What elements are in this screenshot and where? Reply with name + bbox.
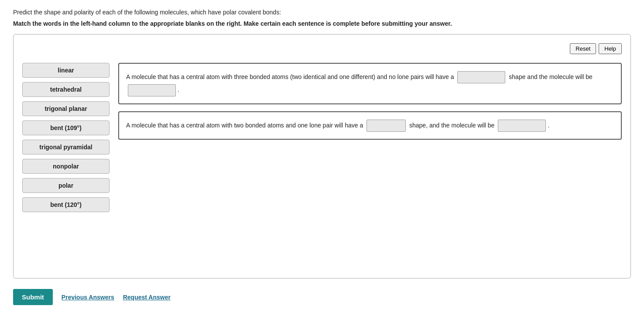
top-buttons: Reset Help — [22, 43, 622, 54]
sentence-text-before-2: A molecule that has a central atom with … — [126, 122, 365, 129]
sentence-text-middle-2: shape, and the molecule will be — [408, 122, 496, 129]
instructions-line2: Match the words in the left-hand column … — [13, 20, 631, 27]
sentence-text-before-1: A molecule that has a central atom with … — [126, 73, 456, 80]
bottom-bar: Submit Previous Answers Request Answer — [13, 289, 631, 305]
main-container: Reset Help lineartetrahedraltrigonal pla… — [13, 34, 631, 278]
drag-item-bent_109[interactable]: bent (109°) — [22, 120, 110, 135]
drag-item-tetrahedral[interactable]: tetrahedral — [22, 82, 110, 97]
sentence-text-after-1: . — [178, 86, 179, 93]
help-button[interactable]: Help — [599, 43, 622, 54]
drag-item-bent_120[interactable]: bent (120°) — [22, 197, 110, 212]
sentence-text-middle-1: shape and the molecule will be — [507, 73, 592, 80]
submit-button[interactable]: Submit — [13, 289, 53, 305]
drag-item-trigonal_planar[interactable]: trigonal planar — [22, 101, 110, 116]
drag-item-nonpolar[interactable]: nonpolar — [22, 159, 110, 174]
instructions-line1: Predict the shape and polarity of each o… — [13, 9, 631, 16]
blank2b[interactable] — [498, 120, 546, 132]
left-column: lineartetrahedraltrigonal planarbent (10… — [22, 63, 110, 212]
sentence-box-1: A molecule that has a central atom with … — [118, 63, 622, 104]
drag-item-trigonal_pyramidal[interactable]: trigonal pyramidal — [22, 140, 110, 155]
sentence-text-after-2: . — [548, 122, 549, 129]
reset-button[interactable]: Reset — [570, 43, 596, 54]
blank1a[interactable] — [457, 71, 505, 83]
drag-item-polar[interactable]: polar — [22, 178, 110, 193]
drag-item-linear[interactable]: linear — [22, 63, 110, 78]
blank2a[interactable] — [367, 120, 406, 132]
previous-answers-link[interactable]: Previous Answers — [62, 294, 114, 301]
content-area: lineartetrahedraltrigonal planarbent (10… — [22, 63, 622, 212]
request-answer-link[interactable]: Request Answer — [123, 294, 171, 301]
right-column: A molecule that has a central atom with … — [118, 63, 622, 140]
sentence-box-2: A molecule that has a central atom with … — [118, 111, 622, 140]
blank1b[interactable] — [128, 84, 176, 96]
